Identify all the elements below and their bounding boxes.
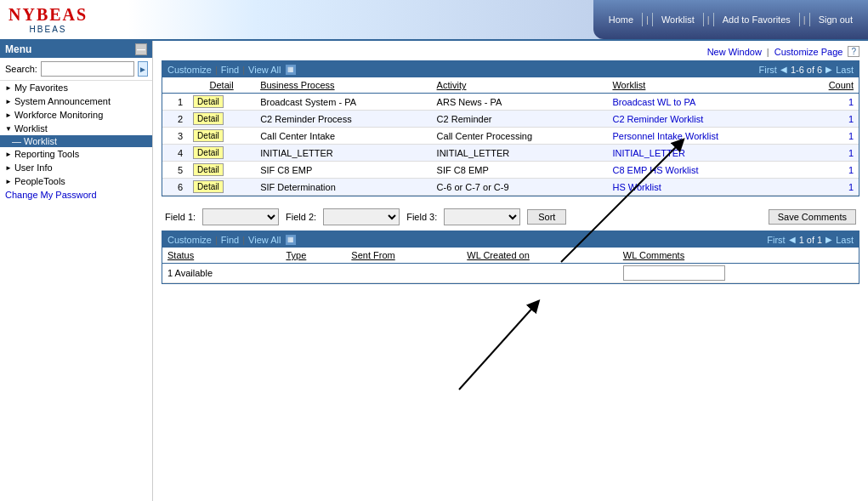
customize-page-link[interactable]: Customize Page — [774, 47, 843, 57]
expand-icon: ► — [5, 164, 12, 172]
logo-sub: HBEAS — [9, 25, 88, 34]
detail-button[interactable]: Detail — [193, 129, 224, 142]
field3-select[interactable] — [444, 208, 520, 225]
worklist-cell: Personnel Intake Worklist — [607, 128, 800, 145]
col-activity[interactable]: Activity — [432, 77, 608, 94]
field3-label: Field 3: — [406, 212, 437, 222]
col-wl-comments: WL Comments — [618, 248, 859, 264]
count-cell: 1 — [800, 111, 859, 128]
header: NYBEAS HBEAS Home | Worklist | Add to Fa… — [0, 0, 868, 41]
bottom-data-table: Status Type Sent From WL Created on WL C… — [162, 248, 859, 283]
help-icon[interactable]: ? — [848, 46, 859, 57]
search-input[interactable] — [41, 61, 134, 77]
grid-icon: ▦ — [286, 65, 296, 75]
bottom-prev-btn[interactable]: ◀ — [789, 235, 796, 244]
sidebar-search-area: Search: ► — [0, 58, 152, 81]
business-process-cell: SIF Determination — [255, 179, 431, 196]
view-all-link[interactable]: View All — [248, 65, 281, 75]
prev-btn[interactable]: ◀ — [780, 65, 787, 74]
count-link[interactable]: 1 — [848, 131, 854, 141]
worklist-link[interactable]: C8 EMP HS Worklist — [612, 165, 698, 175]
nav-add-favorites[interactable]: Add to Favorites — [714, 13, 800, 26]
bottom-next-btn[interactable]: ▶ — [825, 235, 832, 244]
header-nav: Home | Worklist | Add to Favorites | Sig… — [593, 0, 868, 39]
detail-button[interactable]: Detail — [193, 163, 224, 176]
business-process-cell: SIF C8 EMP — [255, 162, 431, 179]
worklist-nav-info: First ◀ 1-6 of 6 ▶ Last — [759, 65, 854, 75]
worklist-link[interactable]: Broadcast WL to PA — [612, 97, 695, 107]
worklist-link[interactable]: HS Worklist — [612, 182, 661, 192]
sidebar-item-system-announcement[interactable]: ► System Announcement — [0, 94, 152, 108]
col-business-process[interactable]: Business Process — [255, 77, 431, 94]
sidebar-item-reporting-tools[interactable]: ► Reporting Tools — [0, 147, 152, 161]
detail-button[interactable]: Detail — [193, 180, 224, 193]
bottom-view-all-link[interactable]: View All — [248, 235, 281, 245]
field2-select[interactable] — [323, 208, 400, 225]
next-btn[interactable]: ▶ — [825, 65, 832, 74]
new-window-link[interactable]: New Window — [707, 47, 762, 57]
row-num: 3 — [162, 128, 188, 145]
detail-button[interactable]: Detail — [193, 95, 224, 108]
activity-cell: ARS News - PA — [432, 94, 608, 111]
bottom-first-link[interactable]: First — [767, 235, 785, 245]
col-worklist[interactable]: Worklist — [607, 77, 800, 94]
wl-comments-input[interactable] — [623, 265, 725, 281]
bottom-customize-link[interactable]: Customize — [167, 235, 212, 245]
sidebar-item-peopletools[interactable]: ► PeopleTools — [0, 174, 152, 188]
activity-cell: C-6 or C-7 or C-9 — [432, 179, 608, 196]
worklist-link[interactable]: Personnel Intake Worklist — [612, 131, 718, 141]
expand-icon: ► — [5, 98, 12, 105]
find-link[interactable]: Find — [221, 65, 239, 75]
count-link[interactable]: 1 — [848, 182, 854, 192]
detail-button[interactable]: Detail — [193, 112, 224, 125]
main-content: New Window | Customize Page ? Customize … — [153, 41, 868, 501]
detail-cell: Detail — [188, 111, 255, 128]
logo-main: NYBEAS — [9, 5, 88, 25]
search-button[interactable]: ► — [138, 61, 148, 77]
field1-select[interactable] — [202, 208, 279, 225]
wl-created-on-cell — [462, 264, 618, 283]
bottom-table-container: Customize | Find | View All ▦ First ◀ 1 … — [162, 231, 859, 284]
save-comments-button[interactable]: Save Comments — [769, 209, 856, 225]
customize-link[interactable]: Customize — [167, 65, 212, 75]
count-link[interactable]: 1 — [848, 148, 854, 158]
row-num: 5 — [162, 162, 188, 179]
count-cell: 1 — [800, 94, 859, 111]
sidebar-sub-worklist[interactable]: — Worklist — [0, 135, 152, 147]
table-row: 6 Detail SIF Determination C-6 or C-7 or… — [162, 179, 859, 196]
count-link[interactable]: 1 — [848, 165, 854, 175]
expand-icon: ► — [5, 178, 12, 185]
nav-home[interactable]: Home — [600, 13, 643, 26]
worklist-link[interactable]: C2 Reminder Worklist — [612, 114, 703, 124]
worklist-link[interactable]: INITIAL_LETTER — [612, 148, 685, 158]
bottom-header-row: Status Type Sent From WL Created on WL C… — [162, 248, 859, 264]
col-count[interactable]: Count — [800, 77, 859, 94]
activity-cell: Call Center Processing — [432, 128, 608, 145]
table-row: 3 Detail Call Center Intake Call Center … — [162, 128, 859, 145]
worklist-data-table: Detail Business Process Activity Worklis… — [162, 77, 859, 196]
status-cell: 1 Available — [162, 264, 281, 283]
top-links-bar: New Window | Customize Page ? — [162, 46, 859, 57]
count-link[interactable]: 1 — [848, 97, 854, 107]
detail-button[interactable]: Detail — [193, 146, 224, 159]
nav-worklist[interactable]: Worklist — [653, 13, 704, 26]
sidebar-item-workforce-monitoring[interactable]: ► Workforce Monitoring — [0, 108, 152, 122]
table-row: 2 Detail C2 Reminder Process C2 Reminder… — [162, 111, 859, 128]
sidebar-item-my-favorites[interactable]: ► My Favorites — [0, 81, 152, 94]
first-link[interactable]: First — [759, 65, 777, 75]
detail-cell: Detail — [188, 179, 255, 196]
sidebar-item-user-info[interactable]: ► User Info — [0, 161, 152, 174]
bottom-last-link[interactable]: Last — [836, 235, 854, 245]
worklist-cell: INITIAL_LETTER — [607, 145, 800, 162]
detail-cell: Detail — [188, 94, 255, 111]
col-status: Status — [162, 248, 281, 264]
worklist-table-header: Customize | Find | View All ▦ First ◀ 1-… — [162, 61, 859, 77]
last-link[interactable]: Last — [836, 65, 854, 75]
count-link[interactable]: 1 — [848, 114, 854, 124]
sidebar-item-change-password[interactable]: Change My Password — [0, 188, 152, 202]
sort-button[interactable]: Sort — [527, 209, 566, 225]
sidebar-item-worklist[interactable]: ▼ Worklist — [0, 122, 152, 135]
bottom-find-link[interactable]: Find — [221, 235, 239, 245]
sidebar-minimize-btn[interactable]: — — [135, 43, 147, 55]
nav-signout[interactable]: Sign out — [810, 13, 861, 26]
